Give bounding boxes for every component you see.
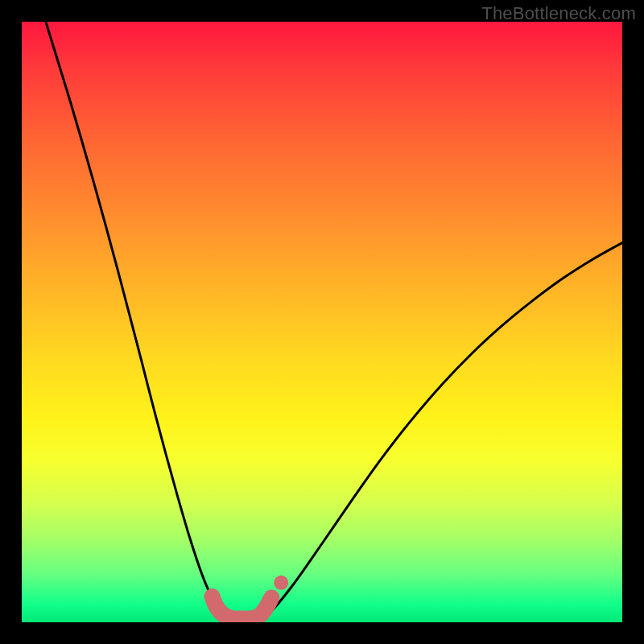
left-branch-curve xyxy=(46,22,229,620)
chart-plot-area xyxy=(22,22,622,622)
right-branch-curve xyxy=(262,243,622,620)
chart-svg xyxy=(22,22,622,622)
chart-frame: TheBottleneck.com xyxy=(0,0,644,644)
attribution-text: TheBottleneck.com xyxy=(481,3,636,24)
trough-marker xyxy=(212,597,271,619)
trough-marker-dot xyxy=(274,576,288,590)
